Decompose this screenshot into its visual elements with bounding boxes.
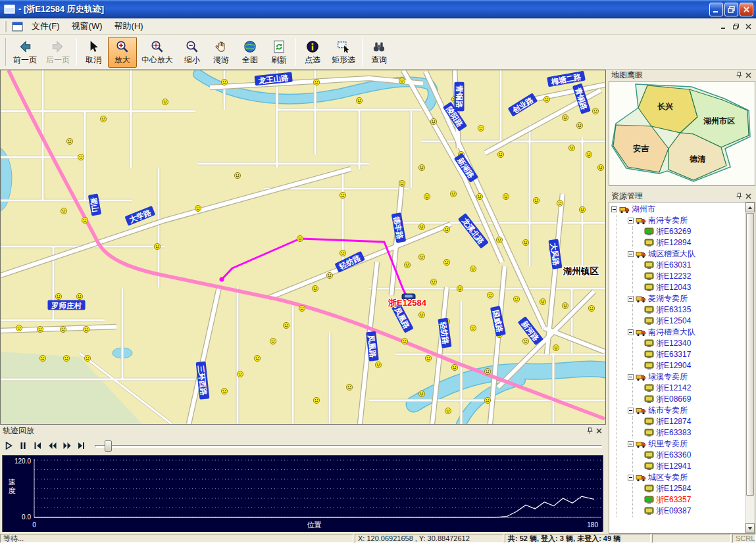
vehicle-marker-icon[interactable]	[443, 226, 449, 232]
vehicle-marker-icon[interactable]	[221, 388, 227, 394]
scroll-up-icon[interactable]	[745, 202, 755, 212]
tree-item-label[interactable]: 浙E12904	[656, 360, 691, 371]
vehicle-marker-icon[interactable]	[234, 172, 240, 178]
vehicle-marker-icon[interactable]	[61, 208, 66, 214]
vehicle-marker-icon[interactable]	[484, 368, 490, 374]
menu-item-0[interactable]: 文件(F)	[26, 18, 66, 34]
tree-expander-icon[interactable]	[611, 206, 617, 212]
tree-vehicle-item[interactable]: 浙E12894	[644, 237, 745, 248]
vehicle-marker-icon[interactable]	[418, 312, 424, 318]
vehicle-marker-icon[interactable]	[576, 122, 582, 128]
tree-expander-icon[interactable]	[628, 218, 634, 224]
vehicle-marker-icon[interactable]	[457, 285, 463, 291]
vehicle-marker-icon[interactable]	[430, 118, 436, 124]
vehicle-marker-icon[interactable]	[470, 325, 476, 331]
vehicle-marker-icon[interactable]	[430, 279, 436, 285]
tree-group-item[interactable]: 练市专卖所	[628, 405, 745, 416]
tree-vehicle-item[interactable]: 浙E12340	[644, 338, 745, 349]
tree-item-label[interactable]: 浙E63360	[656, 450, 691, 461]
tree-vehicle-item[interactable]: 浙E12941	[644, 461, 745, 472]
vehicle-marker-icon[interactable]	[443, 259, 449, 265]
playback-pin-icon[interactable]	[585, 427, 594, 435]
mdi-restore-button[interactable]	[730, 22, 742, 32]
tree-vehicle-item[interactable]: 浙E12874	[644, 416, 745, 427]
vehicle-marker-icon[interactable]	[533, 197, 539, 203]
vehicle-marker-icon[interactable]	[592, 108, 598, 114]
tree-item-label[interactable]: 南浔稽查大队	[648, 327, 695, 338]
toolbar-button-查询[interactable]: 查询	[365, 37, 393, 68]
vehicle-marker-icon[interactable]	[221, 79, 227, 85]
playback-close-icon[interactable]	[594, 427, 603, 435]
vehicle-marker-icon[interactable]	[522, 338, 528, 344]
tree-vehicle-item[interactable]: 浙E12142	[644, 383, 745, 394]
vehicle-marker-icon[interactable]	[299, 305, 305, 311]
close-button[interactable]	[740, 3, 753, 16]
tree-item-label[interactable]: 浙E63135	[656, 304, 691, 316]
tree-item-label[interactable]: 浙E12584	[656, 483, 691, 494]
vehicle-marker-icon[interactable]	[568, 145, 574, 151]
vehicle-marker-icon[interactable]	[404, 262, 410, 268]
toolbar-button-缩小[interactable]: 缩小	[178, 37, 207, 68]
map-viewport[interactable]: 龙王山路青铜路梅塘二路创业路青铜路陵阳路新湖路大学路德丰路龙溪北路轻纺路大风路凤…	[0, 70, 606, 425]
vehicle-marker-icon[interactable]	[312, 285, 318, 291]
vehicle-marker-icon[interactable]	[63, 355, 69, 361]
tree-item-label[interactable]: 练市专卖所	[648, 405, 688, 416]
vehicle-marker-icon[interactable]	[84, 355, 90, 361]
resource-pin-icon[interactable]	[734, 192, 743, 201]
vehicle-marker-icon[interactable]	[450, 191, 456, 197]
vehicle-marker-icon[interactable]	[540, 298, 545, 304]
tree-expander-icon[interactable]	[628, 251, 634, 257]
tree-vehicle-item[interactable]: 浙E08669	[644, 394, 745, 405]
tree-vehicle-item[interactable]: 浙E63317	[644, 349, 745, 360]
tree-group-item[interactable]: 埭溪专卖所	[628, 371, 745, 383]
title-bar[interactable]: - [浙E12584 历史轨迹]	[0, 0, 756, 18]
tree-item-label[interactable]: 浙E12340	[656, 338, 691, 349]
eagle-eye-pin-icon[interactable]	[734, 71, 743, 80]
tree-expander-icon[interactable]	[628, 475, 634, 481]
vehicle-marker-icon[interactable]	[503, 193, 509, 199]
vehicle-marker-icon[interactable]	[399, 180, 405, 186]
tree-item-label[interactable]: 浙E12043	[656, 282, 691, 293]
vehicle-marker-icon[interactable]	[470, 266, 476, 272]
slider-track[interactable]	[95, 445, 602, 448]
slider-thumb[interactable]	[105, 440, 112, 452]
toolbar-button-中心放大[interactable]: 中心放大	[137, 37, 178, 68]
toolbar-button-后一页[interactable]: 后一页	[41, 37, 74, 68]
playback-rewind-button[interactable]	[45, 439, 59, 452]
vehicle-marker-icon[interactable]	[597, 164, 603, 170]
scroll-down-icon[interactable]	[745, 523, 755, 533]
tree-vehicle-item[interactable]: 浙E63135	[644, 304, 745, 316]
tree-item-label[interactable]: 浙E12941	[656, 461, 691, 472]
eagle-eye-map[interactable]: 长兴湖州市区安吉德清	[609, 81, 755, 186]
tree-expander-icon[interactable]	[628, 374, 634, 380]
vehicle-marker-icon[interactable]	[270, 338, 276, 344]
menubar-grip[interactable]	[5, 21, 7, 32]
toolbar-button-点选[interactable]: 点选	[298, 37, 327, 68]
tree-item-label[interactable]: 浙E12874	[656, 416, 691, 427]
toolbar-button-漫游[interactable]: 漫游	[207, 37, 236, 68]
tree-item-label[interactable]: 湖州市	[632, 204, 655, 215]
vehicle-marker-icon[interactable]	[553, 344, 559, 350]
vehicle-marker-icon[interactable]	[60, 326, 66, 332]
menu-item-1[interactable]: 视窗(W)	[66, 18, 109, 34]
minimize-button[interactable]	[709, 3, 723, 16]
vehicle-marker-icon[interactable]	[356, 97, 362, 103]
tree-item-label[interactable]: 浙E63357	[656, 494, 691, 506]
vehicle-marker-icon[interactable]	[418, 164, 424, 170]
tree-group-item[interactable]: 南浔稽查大队	[628, 327, 745, 338]
tree-vehicle-item[interactable]: 浙E12232	[644, 271, 745, 282]
document-icon[interactable]	[12, 22, 23, 32]
tree-item-label[interactable]: 浙E12894	[656, 237, 691, 248]
tree-item-label[interactable]: 城区稽查大队	[648, 248, 695, 260]
tree-vehicle-item[interactable]: 浙E63360	[644, 450, 745, 461]
tree-vehicle-item[interactable]: 浙E12043	[644, 282, 745, 293]
toolbar-button-刷新[interactable]: 刷新	[265, 37, 293, 68]
tree-item-label[interactable]: 织里专卖所	[648, 438, 688, 450]
vehicle-marker-icon[interactable]	[154, 243, 160, 249]
tree-scrollbar[interactable]	[745, 202, 755, 533]
tree-vehicle-item[interactable]: 浙E09387	[644, 506, 745, 517]
vehicle-marker-icon[interactable]	[497, 151, 503, 157]
vehicle-marker-icon[interactable]	[496, 237, 502, 243]
vehicle-marker-icon[interactable]	[297, 235, 303, 241]
tree-item-label[interactable]: 菱湖专卖所	[648, 293, 688, 304]
